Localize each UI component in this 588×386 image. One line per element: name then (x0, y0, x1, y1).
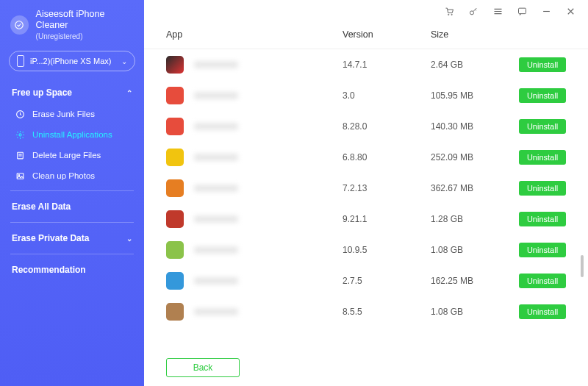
photo-icon (15, 171, 25, 181)
nav-section-recommendation[interactable]: Recommendation (0, 259, 144, 281)
sidebar-item-clean-photos[interactable]: Clean up Photos (0, 165, 144, 186)
svg-point-7 (451, 14, 452, 15)
table-row: 14.7.12.64 GBUninstall (144, 49, 588, 80)
app-name-blurred (194, 215, 238, 223)
app-name-blurred (194, 61, 238, 68)
nav-section-free-up-space[interactable]: Free up Space ⌃ (0, 82, 144, 104)
sidebar: Aiseesoft iPhone Cleaner (Unregistered) … (0, 0, 144, 386)
app-name-blurred (194, 277, 238, 285)
table-row: 3.0105.95 MBUninstall (144, 80, 588, 111)
gear-icon (15, 129, 25, 140)
cell-version: 6.8.80 (343, 152, 431, 162)
cell-version: 9.21.1 (343, 214, 431, 224)
cell-version: 3.0 (343, 90, 431, 101)
app-icon (166, 56, 184, 74)
cell-size: 1.28 GB (431, 214, 519, 224)
app-name-blurred (194, 185, 238, 192)
device-label: iP...2)(iPhone XS Max) (30, 57, 121, 65)
table-header: App Version Size (144, 22, 588, 49)
footer-bar: Back (144, 349, 588, 386)
uninstall-button[interactable]: Uninstall (519, 150, 566, 165)
cell-version: 2.7.5 (343, 276, 431, 286)
app-icon (166, 118, 184, 135)
scrollbar-thumb[interactable] (581, 255, 584, 277)
svg-point-2 (18, 133, 21, 135)
sidebar-item-label: Erase Junk Files (32, 110, 95, 118)
cell-version: 14.7.1 (343, 60, 431, 70)
app-logo-icon (10, 15, 29, 35)
uninstall-button[interactable]: Uninstall (519, 88, 566, 103)
cell-size: 162.25 MB (431, 276, 519, 286)
divider (10, 190, 134, 191)
uninstall-button[interactable]: Uninstall (519, 212, 566, 226)
clock-icon (15, 109, 25, 119)
cell-version: 8.28.0 (343, 121, 431, 132)
app-name-blurred (194, 308, 238, 315)
sidebar-item-uninstall-apps[interactable]: Uninstall Applications (0, 124, 144, 145)
close-icon[interactable] (565, 6, 576, 17)
cell-size: 252.09 MB (431, 152, 519, 162)
uninstall-button[interactable]: Uninstall (519, 274, 566, 288)
sidebar-item-label: Delete Large Files (32, 151, 101, 160)
col-header-size: Size (431, 29, 519, 40)
cell-version: 10.9.5 (343, 245, 431, 255)
sidebar-item-label: Clean up Photos (32, 171, 95, 180)
cell-size: 362.67 MB (431, 183, 519, 193)
cell-size: 105.95 MB (431, 90, 519, 101)
menu-icon[interactable] (492, 6, 503, 17)
col-header-app: App (166, 29, 343, 40)
nav-section-erase-all[interactable]: Erase All Data (0, 196, 144, 218)
sidebar-item-delete-large[interactable]: Delete Large Files (0, 145, 144, 165)
table-row: 6.8.80252.09 MBUninstall (144, 142, 588, 173)
app-icon (166, 179, 184, 197)
minimize-icon[interactable] (541, 6, 552, 17)
titlebar (144, 0, 588, 22)
nav-section-erase-private[interactable]: Erase Private Data ⌄ (0, 227, 144, 249)
app-name-blurred (194, 92, 238, 99)
app-name-blurred (194, 123, 238, 130)
uninstall-button[interactable]: Uninstall (519, 243, 566, 257)
chevron-down-icon: ⌄ (121, 57, 127, 65)
main-panel: App Version Size 14.7.12.64 GBUninstall3… (144, 0, 588, 386)
cart-icon[interactable] (444, 6, 455, 17)
svg-rect-4 (17, 173, 24, 179)
table-row: 10.9.51.08 GBUninstall (144, 235, 588, 265)
app-name-blurred (194, 246, 238, 254)
svg-point-0 (15, 21, 24, 29)
table-row: 2.7.5162.25 MBUninstall (144, 265, 588, 296)
uninstall-button[interactable]: Uninstall (519, 57, 566, 72)
table-row: 8.5.51.08 GBUninstall (144, 296, 588, 327)
table-row: 9.21.11.28 GBUninstall (144, 204, 588, 235)
nav-section-label: Free up Space (12, 87, 72, 98)
cell-size: 140.30 MB (431, 121, 519, 132)
sidebar-item-label: Uninstall Applications (32, 130, 112, 139)
uninstall-button[interactable]: Uninstall (519, 304, 566, 319)
app-icon (166, 241, 184, 259)
app-icon (166, 87, 184, 104)
app-list[interactable]: 14.7.12.64 GBUninstall3.0105.95 MBUninst… (144, 49, 588, 349)
cell-version: 7.2.13 (343, 183, 431, 193)
content-area: App Version Size 14.7.12.64 GBUninstall3… (144, 22, 588, 386)
nav-section-label: Erase All Data (12, 201, 71, 212)
uninstall-button[interactable]: Uninstall (519, 119, 566, 134)
sidebar-item-erase-junk[interactable]: Erase Junk Files (0, 104, 144, 124)
phone-icon (17, 55, 24, 67)
chevron-up-icon: ⌃ (126, 89, 132, 97)
device-selector[interactable]: iP...2)(iPhone XS Max) ⌄ (9, 51, 135, 71)
app-title: Aiseesoft iPhone Cleaner (36, 9, 134, 31)
key-icon[interactable] (468, 6, 479, 17)
brand-block: Aiseesoft iPhone Cleaner (Unregistered) (0, 9, 144, 51)
cell-version: 8.5.5 (343, 307, 431, 317)
nav-section-label: Recommendation (12, 265, 86, 275)
uninstall-button[interactable]: Uninstall (519, 181, 566, 196)
app-icon (166, 272, 184, 290)
app-subtitle: (Unregistered) (36, 32, 134, 40)
feedback-icon[interactable] (517, 6, 528, 17)
back-button[interactable]: Back (166, 358, 240, 377)
table-row: 7.2.13362.67 MBUninstall (144, 173, 588, 204)
svg-point-8 (470, 10, 474, 14)
app-icon (166, 149, 184, 166)
cell-size: 1.08 GB (431, 245, 519, 255)
app-icon (166, 303, 184, 321)
col-header-version: Version (343, 29, 431, 40)
